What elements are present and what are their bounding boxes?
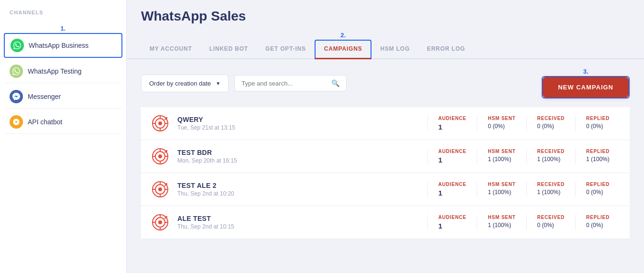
- new-campaign-area: 3. NEW CAMPAIGN: [542, 68, 630, 98]
- received-label: RECEIVED: [537, 182, 565, 187]
- received-value: 1 (100%): [537, 189, 561, 196]
- step2-label: 2.: [340, 32, 346, 39]
- messenger-icon: [10, 90, 23, 103]
- stat-hsm-sent: HSM SENT 1 (100%): [477, 215, 526, 230]
- table-row[interactable]: ALE TEST Thu, Sep 2nd at 10:15 AUDIENCE …: [141, 206, 630, 239]
- hsm-sent-label: HSM SENT: [488, 116, 515, 121]
- campaign-stats: AUDIENCE 1 HSM SENT 1 (100%) RECEIVED 1 …: [427, 149, 620, 164]
- stat-audience: AUDIENCE 1: [427, 116, 477, 131]
- main-header: WhatsApp Sales: [127, 0, 644, 32]
- stat-received: RECEIVED 0 (0%): [526, 116, 576, 131]
- hsm-sent-value: 1 (100%): [488, 156, 511, 163]
- replied-label: REPLIED: [586, 215, 610, 220]
- campaign-stats: AUDIENCE 1 HSM SENT 1 (100%) RECEIVED 1 …: [427, 182, 620, 197]
- sidebar-item-whatsapp-business[interactable]: WhatsApp Business: [4, 33, 122, 58]
- svg-point-9: [158, 154, 162, 158]
- table-row[interactable]: TEST ALE 2 Thu, Sep 2nd at 10:20 AUDIENC…: [141, 173, 630, 206]
- campaign-name: TEST ALE 2: [177, 182, 427, 189]
- main-content: WhatsApp Sales MY ACCOUNT LINKED BOT GET…: [127, 0, 644, 273]
- campaign-stats: AUDIENCE 1 HSM SENT 0 (0%) RECEIVED 0 (0…: [427, 116, 620, 131]
- campaign-icon-wrap: [151, 147, 170, 166]
- step1-label-wrapper: 1.: [0, 20, 126, 32]
- audience-label: AUDIENCE: [438, 149, 467, 154]
- new-campaign-button-wrapper: NEW CAMPAIGN: [542, 76, 630, 98]
- tab-my-account[interactable]: MY ACCOUNT: [141, 41, 201, 59]
- target-icon: [152, 214, 169, 231]
- tabs-bar: MY ACCOUNT LINKED BOT GET OPT-INS 2. CAM…: [127, 32, 644, 59]
- toolbar: Order by creation date ▼ 🔍 3. NEW CAMPAI…: [127, 59, 644, 107]
- hsm-sent-label: HSM SENT: [488, 149, 515, 154]
- search-input[interactable]: [241, 80, 327, 87]
- search-icon: 🔍: [331, 79, 339, 87]
- campaign-info: ALE TEST Thu, Sep 2nd at 10:15: [177, 215, 427, 230]
- audience-label: AUDIENCE: [438, 182, 467, 187]
- campaign-name: ALE TEST: [177, 215, 427, 222]
- replied-value: 1 (100%): [586, 156, 610, 163]
- campaign-date: Tue, Sep 21st at 13:15: [177, 124, 427, 131]
- replied-value: 0 (0%): [586, 123, 603, 130]
- table-row[interactable]: QWERY Tue, Sep 21st at 13:15 AUDIENCE 1 …: [141, 107, 630, 140]
- campaign-date: Mon, Sep 20th at 16:15: [177, 157, 427, 164]
- stat-received: RECEIVED 1 (100%): [526, 149, 576, 164]
- toolbar-left: Order by creation date ▼ 🔍: [141, 75, 347, 92]
- sidebar: CHANNELS 1. WhatsApp Business WhatsApp T…: [0, 0, 127, 273]
- sidebar-item-whatsapp-testing[interactable]: WhatsApp Testing: [4, 60, 122, 83]
- replied-value: 0 (0%): [586, 189, 603, 196]
- chevron-down-icon: ▼: [216, 81, 220, 86]
- audience-label: AUDIENCE: [438, 215, 467, 220]
- stat-received: RECEIVED 1 (100%): [526, 182, 576, 197]
- stat-audience: AUDIENCE 1: [427, 215, 477, 230]
- received-label: RECEIVED: [537, 116, 565, 121]
- audience-value: 1: [438, 222, 442, 230]
- tab-campaigns[interactable]: CAMPAIGNS: [315, 40, 372, 59]
- whatsapp-testing-label: WhatsApp Testing: [28, 67, 82, 75]
- svg-point-2: [158, 121, 162, 125]
- hsm-sent-label: HSM SENT: [488, 215, 515, 220]
- audience-value: 1: [438, 156, 442, 164]
- campaign-info: QWERY Tue, Sep 21st at 13:15: [177, 116, 427, 131]
- replied-label: REPLIED: [586, 116, 610, 121]
- tab-get-opt-ins[interactable]: GET OPT-INS: [257, 41, 315, 59]
- tab-campaigns-wrapper: 2. CAMPAIGNS: [315, 32, 372, 58]
- table-row[interactable]: TEST BDR Mon, Sep 20th at 16:15 AUDIENCE…: [141, 140, 630, 173]
- stat-replied: REPLIED 0 (0%): [575, 182, 620, 197]
- tab-hsm-log[interactable]: HSM LOG: [371, 41, 418, 59]
- replied-label: REPLIED: [586, 182, 610, 187]
- sidebar-item-messenger[interactable]: Messenger: [4, 85, 122, 109]
- target-icon: [152, 115, 169, 132]
- sidebar-item-api-chatbot[interactable]: API chatbot: [4, 110, 122, 134]
- campaign-icon-wrap: [151, 180, 170, 199]
- stat-hsm-sent: HSM SENT 1 (100%): [477, 149, 526, 164]
- campaign-info: TEST ALE 2 Thu, Sep 2nd at 10:20: [177, 182, 427, 197]
- tab-linked-bot[interactable]: LINKED BOT: [201, 41, 257, 59]
- received-value: 0 (0%): [537, 222, 554, 229]
- new-campaign-button[interactable]: NEW CAMPAIGN: [543, 77, 629, 98]
- replied-label: REPLIED: [586, 149, 610, 154]
- stat-hsm-sent: HSM SENT 0 (0%): [477, 116, 526, 131]
- campaign-stats: AUDIENCE 1 HSM SENT 1 (100%) RECEIVED 0 …: [427, 215, 620, 230]
- stat-audience: AUDIENCE 1: [427, 149, 477, 164]
- whatsapp-business-icon: [11, 39, 24, 52]
- stat-replied: REPLIED 0 (0%): [575, 116, 620, 131]
- received-label: RECEIVED: [537, 149, 565, 154]
- messenger-label: Messenger: [28, 93, 61, 100]
- whatsapp-testing-icon: [10, 65, 23, 78]
- page-title: WhatsApp Sales: [141, 9, 630, 24]
- api-chatbot-icon: [10, 115, 23, 129]
- step3-label: 3.: [583, 68, 589, 75]
- audience-label: AUDIENCE: [438, 116, 467, 121]
- order-dropdown[interactable]: Order by creation date ▼: [141, 75, 229, 92]
- campaign-date: Thu, Sep 2nd at 10:20: [177, 190, 427, 197]
- campaign-name: QWERY: [177, 116, 427, 123]
- channels-label: CHANNELS: [0, 0, 126, 20]
- stat-hsm-sent: HSM SENT 1 (100%): [477, 182, 526, 197]
- replied-value: 0 (0%): [586, 222, 603, 229]
- tab-error-log[interactable]: ERROR LOG: [418, 41, 474, 59]
- received-label: RECEIVED: [537, 215, 565, 220]
- audience-value: 1: [438, 189, 442, 197]
- received-value: 1 (100%): [537, 156, 561, 163]
- stat-replied: REPLIED 1 (100%): [575, 149, 620, 164]
- order-label: Order by creation date: [149, 80, 211, 87]
- hsm-sent-label: HSM SENT: [488, 182, 515, 187]
- whatsapp-business-label: WhatsApp Business: [29, 42, 88, 49]
